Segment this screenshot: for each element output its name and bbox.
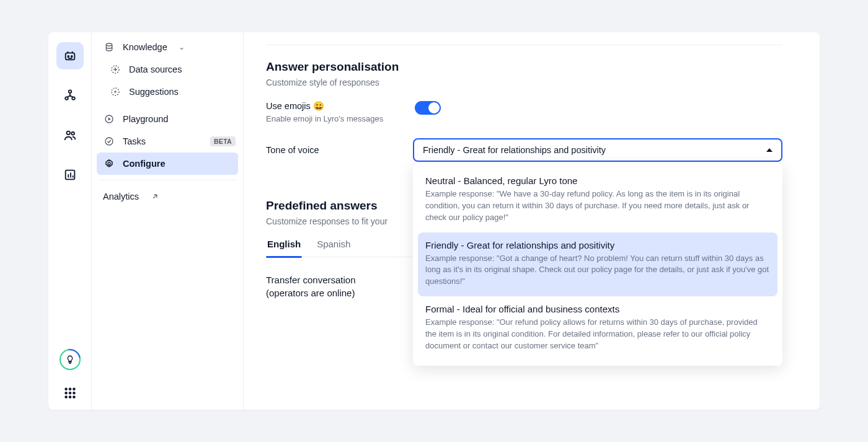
gear-icon [103, 159, 115, 169]
svg-point-17 [64, 392, 67, 394]
tone-option-formal[interactable]: Formal - Ideal for official and business… [418, 296, 777, 361]
icon-rail [48, 32, 92, 410]
tone-option-title: Friendly - Great for relationships and p… [425, 240, 770, 250]
tone-option-example: Example response: "Our refund policy all… [425, 317, 770, 352]
sidebar-item-analytics[interactable]: Analytics [92, 185, 243, 208]
svg-point-14 [64, 388, 67, 391]
section-subtitle-personalisation: Customize style of responses [266, 77, 782, 87]
svg-point-18 [69, 392, 71, 394]
transfer-conversation-label: Transfer conversation (operators are onl… [266, 273, 384, 299]
rail-apps-icon[interactable] [56, 382, 84, 404]
knowledge-icon [103, 42, 115, 52]
svg-point-1 [68, 56, 69, 57]
play-icon [103, 114, 115, 124]
svg-point-22 [73, 396, 75, 399]
tone-select[interactable]: Friendly - Great for relationships and p… [413, 138, 782, 162]
emoji-toggle[interactable] [415, 101, 441, 115]
svg-point-20 [64, 396, 67, 399]
sidebar-item-label: Knowledge [123, 42, 167, 52]
rail-hint-icon[interactable] [60, 349, 81, 370]
svg-point-30 [105, 138, 113, 145]
sidebar-item-configure[interactable]: Configure [97, 152, 238, 175]
tone-option-neutral[interactable]: Neutral - Balanced, regular Lyro tone Ex… [418, 168, 777, 232]
svg-point-31 [108, 162, 110, 165]
sidebar-item-playground[interactable]: Playground [92, 108, 243, 130]
svg-point-19 [73, 392, 75, 394]
sidebar-item-label: Playground [123, 114, 168, 124]
svg-point-5 [68, 90, 71, 93]
external-link-icon [149, 192, 161, 201]
sidebar-item-label: Analytics [103, 192, 139, 201]
tone-option-friendly[interactable]: Friendly - Great for relationships and p… [418, 232, 777, 297]
sidebar-item-knowledge[interactable]: Knowledge ⌄ [92, 36, 243, 58]
sidebar: Knowledge ⌄ Data sources Suggestions Pla… [92, 32, 244, 410]
svg-point-9 [71, 132, 74, 135]
sidebar-item-label: Tasks [123, 136, 146, 146]
sidebar-item-label: Data sources [129, 64, 182, 74]
section-title-personalisation: Answer personalisation [266, 60, 782, 74]
emoji-setting-hint: Enable emoji in Lyro's messages [266, 114, 390, 123]
tone-dropdown: Neutral - Balanced, regular Lyro tone Ex… [413, 163, 782, 366]
tab-english[interactable]: English [266, 232, 302, 257]
tone-option-title: Formal - Ideal for official and business… [425, 304, 770, 314]
tone-setting-label: Tone of voice [266, 145, 388, 155]
tone-option-title: Neutral - Balanced, regular Lyro tone [425, 175, 770, 186]
emoji-setting-label: Use emojis 😀 [266, 101, 390, 112]
sidebar-item-suggestions[interactable]: Suggestions [92, 81, 243, 103]
check-circle-icon [103, 136, 115, 146]
main-content: Answer personalisation Customize style o… [244, 32, 820, 410]
beta-badge: BETA [210, 136, 236, 146]
tone-option-example: Example response: "We have a 30-day refu… [425, 188, 770, 224]
sidebar-item-data-sources[interactable]: Data sources [92, 58, 243, 81]
rail-bot-icon[interactable] [56, 42, 84, 69]
sidebar-item-tasks[interactable]: Tasks BETA [92, 130, 243, 152]
rail-users-icon[interactable] [56, 122, 84, 149]
svg-point-2 [71, 56, 72, 57]
rail-chart-icon[interactable] [56, 161, 84, 188]
svg-point-21 [69, 396, 71, 399]
rail-network-icon[interactable] [56, 82, 84, 109]
svg-marker-29 [108, 117, 111, 120]
tone-option-example: Example response: "Got a change of heart… [425, 253, 770, 288]
svg-point-8 [66, 131, 70, 135]
caret-up-icon [766, 148, 773, 152]
plus-circle-icon [109, 64, 122, 74]
sidebar-item-label: Configure [123, 159, 165, 169]
tone-select-value: Friendly - Great for relationships and p… [423, 145, 606, 155]
svg-point-16 [73, 388, 75, 391]
svg-point-15 [69, 388, 71, 391]
chevron-down-icon: ⌄ [179, 43, 185, 51]
sidebar-item-label: Suggestions [129, 87, 179, 97]
sparkle-icon [109, 87, 122, 97]
svg-point-23 [106, 43, 112, 46]
tab-spanish[interactable]: Spanish [316, 232, 352, 257]
